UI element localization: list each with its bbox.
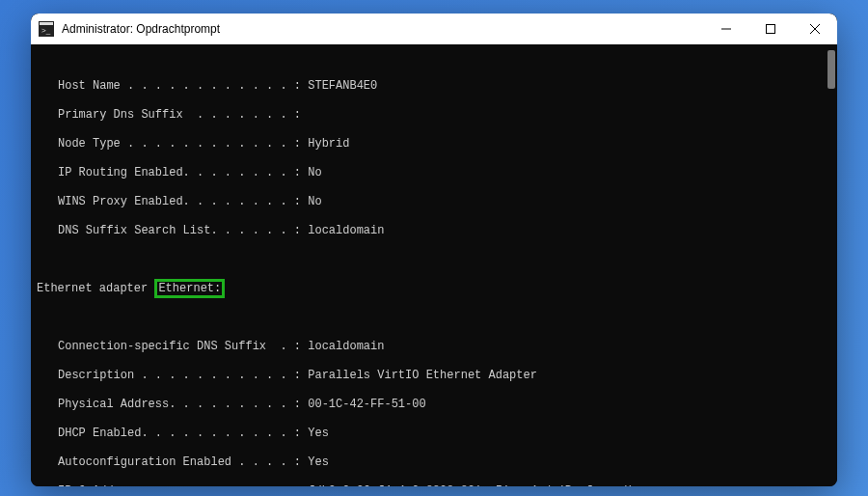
output-line: IPv6 Address. . . . . . . . . . . : fdb2… <box>37 484 837 486</box>
close-button[interactable] <box>793 14 837 44</box>
maximize-button[interactable] <box>748 14 793 44</box>
output-line: Node Type . . . . . . . . . . . . : Hybr… <box>37 137 837 152</box>
svg-text:>_: >_ <box>41 26 51 35</box>
terminal-output[interactable]: Host Name . . . . . . . . . . . . : STEF… <box>31 44 837 486</box>
output-line: DHCP Enabled. . . . . . . . . . . : Yes <box>37 427 837 441</box>
highlight-ethernet: Ethernet: <box>154 279 225 298</box>
scrollbar-thumb[interactable] <box>827 50 835 89</box>
output-line: DNS Suffix Search List. . . . . . : loca… <box>37 224 837 238</box>
blank-line <box>37 311 837 325</box>
output-line: Connection-specific DNS Suffix . : local… <box>37 340 837 354</box>
adapter-heading: Ethernet adapter Ethernet: <box>37 282 837 296</box>
titlebar[interactable]: >_ Administrator: Opdrachtprompt <box>31 14 837 44</box>
minimize-button[interactable] <box>704 14 748 44</box>
output-line: Description . . . . . . . . . . . : Para… <box>37 369 837 383</box>
output-line: Host Name . . . . . . . . . . . . : STEF… <box>37 79 837 94</box>
cmd-icon: >_ <box>39 21 54 37</box>
window-controls <box>704 14 837 44</box>
output-line: IP Routing Enabled. . . . . . . . : No <box>37 166 837 180</box>
svg-rect-4 <box>767 25 775 34</box>
output-line: Primary Dns Suffix . . . . . . . : <box>37 108 837 123</box>
output-line: Autoconfiguration Enabled . . . . : Yes <box>37 455 837 470</box>
window-title: Administrator: Opdrachtprompt <box>62 22 704 36</box>
blank-line <box>37 253 837 267</box>
svg-rect-1 <box>40 22 53 25</box>
output-line: WINS Proxy Enabled. . . . . . . . : No <box>37 195 837 209</box>
output-line: Physical Address. . . . . . . . . : 00-1… <box>37 398 837 412</box>
command-prompt-window: >_ Administrator: Opdrachtprompt Host Na… <box>31 14 837 486</box>
